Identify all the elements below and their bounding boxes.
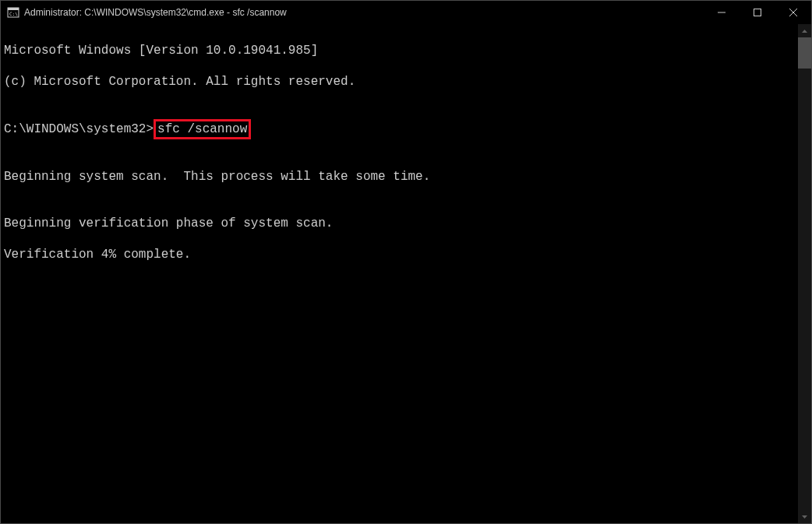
vertical-scrollbar[interactable] xyxy=(798,24,811,523)
titlebar-text: Administrator: C:\WINDOWS\system32\cmd.e… xyxy=(24,7,704,18)
output-line: Beginning verification phase of system s… xyxy=(4,216,795,231)
titlebar[interactable]: C:\ Administrator: C:\WINDOWS\system32\c… xyxy=(1,1,811,24)
cmd-icon: C:\ xyxy=(7,6,19,19)
close-button[interactable] xyxy=(775,1,811,24)
scroll-up-button[interactable] xyxy=(798,24,811,37)
minimize-button[interactable] xyxy=(704,1,740,24)
window-controls xyxy=(704,1,811,24)
output-line: Beginning system scan. This process will… xyxy=(4,169,795,185)
scrollbar-track[interactable] xyxy=(798,37,811,510)
output-line: Microsoft Windows [Version 10.0.19041.98… xyxy=(4,43,795,58)
content-area: Microsoft Windows [Version 10.0.19041.98… xyxy=(1,24,811,523)
svg-rect-4 xyxy=(754,9,761,16)
terminal-output[interactable]: Microsoft Windows [Version 10.0.19041.98… xyxy=(1,24,798,523)
maximize-button[interactable] xyxy=(740,1,775,24)
svg-text:C:\: C:\ xyxy=(9,11,18,16)
svg-marker-8 xyxy=(802,515,807,519)
prompt-path: C:\WINDOWS\system32> xyxy=(4,121,154,137)
output-line: (c) Microsoft Corporation. All rights re… xyxy=(4,74,795,90)
svg-rect-1 xyxy=(8,8,19,10)
scroll-down-button[interactable] xyxy=(798,510,811,523)
prompt-line: C:\WINDOWS\system32>sfc /scannow xyxy=(4,121,795,138)
output-line: Verification 4% complete. xyxy=(4,247,795,262)
scrollbar-thumb[interactable] xyxy=(798,37,811,69)
highlighted-command: sfc /scannow xyxy=(154,119,251,139)
cmd-window: C:\ Administrator: C:\WINDOWS\system32\c… xyxy=(0,0,812,524)
svg-marker-7 xyxy=(802,30,807,33)
